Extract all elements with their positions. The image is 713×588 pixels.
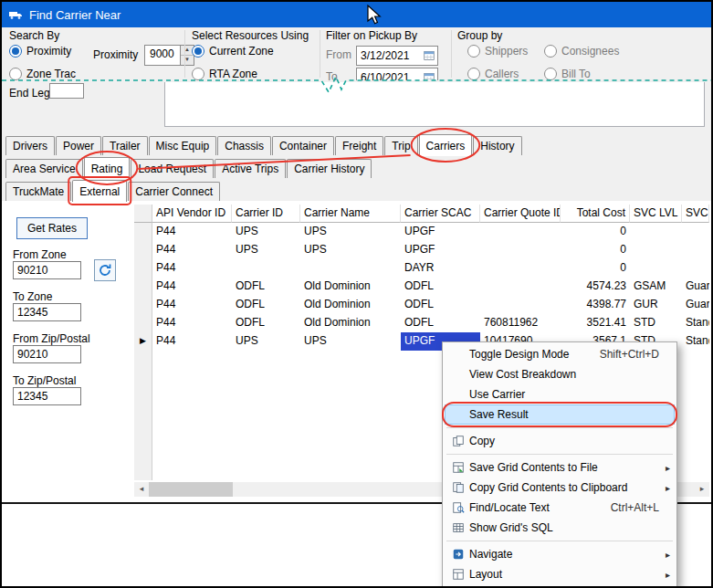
tab-container[interactable]: Container: [272, 136, 334, 155]
menu-item-layout[interactable]: Layout▸: [445, 564, 675, 584]
tab-load-request[interactable]: Load Request: [131, 159, 214, 178]
cell-carrier-name[interactable]: Old Dominion: [300, 278, 401, 296]
column-header-api-vendor-id[interactable]: API Vendor ID: [152, 205, 232, 223]
tab-freight[interactable]: Freight: [335, 136, 383, 155]
cell-quote-id[interactable]: [480, 278, 561, 296]
menu-item-navigate[interactable]: Navigate▸: [445, 544, 675, 564]
cell-quote-id[interactable]: 760811962: [480, 314, 561, 332]
record-selector-cell[interactable]: [134, 314, 152, 332]
cell-total-cost[interactable]: 0: [561, 223, 630, 241]
cell-scac[interactable]: DAYR: [401, 259, 480, 278]
calendar-icon[interactable]: [421, 69, 437, 80]
radio-current-zone[interactable]: Current Zone: [192, 45, 274, 58]
tab-carriers[interactable]: Carriers: [419, 134, 473, 156]
tab-misc-equip[interactable]: Misc Equip: [149, 136, 217, 155]
cell-scac[interactable]: UPGF: [401, 241, 480, 259]
cell-svc-lvl[interactable]: GUR: [630, 296, 682, 314]
tab-chassis[interactable]: Chassis: [217, 136, 271, 155]
cell-carrier-name[interactable]: UPS: [300, 241, 401, 259]
cell-quote-id[interactable]: [480, 223, 561, 241]
menu-item-use-carrier[interactable]: Use Carrier: [445, 384, 675, 404]
memo-box[interactable]: [164, 82, 705, 127]
radio-bill-to[interactable]: Bill To: [544, 68, 591, 80]
cell-svc-desc[interactable]: [682, 223, 709, 241]
cell-scac[interactable]: ODFL: [401, 314, 480, 332]
radio-rta-zone[interactable]: RTA Zone: [192, 68, 257, 80]
cell-api[interactable]: P44: [152, 278, 232, 296]
cell-quote-id[interactable]: [480, 259, 561, 278]
menu-item-view-cost-breakdown[interactable]: View Cost Breakdown: [445, 364, 675, 384]
tab-trip[interactable]: Trip: [384, 136, 417, 155]
cell-svc-lvl[interactable]: [630, 241, 682, 259]
menu-item-copy-grid-contents-to-clipboard[interactable]: Copy Grid Contents to Clipboard▸: [445, 478, 675, 498]
cell-total-cost[interactable]: 4574.23: [561, 278, 630, 296]
cell-svc-desc[interactable]: Standard: [682, 314, 709, 332]
table-row[interactable]: P44ODFLOld DominionODFL7608119623521.41S…: [134, 314, 709, 332]
cell-total-cost[interactable]: 0: [561, 259, 630, 278]
cell-total-cost[interactable]: 0: [561, 241, 630, 259]
radio-callers[interactable]: Callers: [467, 68, 519, 80]
scrollbar-thumb[interactable]: [149, 482, 233, 497]
radio-proximity[interactable]: Proximity: [9, 45, 71, 58]
cell-carrier-id[interactable]: ODFL: [232, 278, 300, 296]
proximity-stepper[interactable]: 9000 ▲ ▼: [144, 45, 194, 66]
cell-carrier-id[interactable]: UPS: [232, 332, 300, 351]
record-selector-cell[interactable]: [134, 296, 152, 314]
menu-item-save-grid-contents-to-file[interactable]: Save Grid Contents to File▸: [445, 457, 675, 478]
cell-carrier-id[interactable]: [232, 259, 300, 278]
tab-history[interactable]: History: [473, 136, 521, 155]
column-header-svc-lvl[interactable]: SVC LVL: [630, 205, 682, 223]
tab-drivers[interactable]: Drivers: [5, 136, 55, 155]
cell-quote-id[interactable]: [480, 296, 561, 314]
cell-carrier-name[interactable]: UPS: [300, 332, 401, 351]
end-leg-field[interactable]: [49, 83, 84, 99]
record-selector-cell[interactable]: [134, 241, 152, 259]
menu-item-find-locate-text[interactable]: Find/Locate TextCtrl+Alt+L: [445, 498, 675, 518]
cell-scac[interactable]: ODFL: [401, 296, 480, 314]
from-zone-input[interactable]: [13, 261, 81, 279]
cell-api[interactable]: P44: [152, 259, 232, 278]
cell-api[interactable]: P44: [152, 241, 232, 259]
scroll-right-icon[interactable]: ▸: [695, 482, 709, 497]
tab-external[interactable]: External: [72, 180, 127, 202]
tab-area-service[interactable]: Area Service: [5, 159, 83, 178]
cell-scac[interactable]: UPGF: [401, 223, 480, 241]
table-row[interactable]: P44ODFLOld DominionODFL4574.23GSAMGuaran…: [134, 278, 709, 296]
cell-api[interactable]: P44: [152, 223, 232, 241]
radio-shippers[interactable]: Shippers: [467, 45, 528, 58]
cell-svc-desc[interactable]: [682, 241, 709, 259]
cell-carrier-name[interactable]: [300, 259, 401, 278]
table-row[interactable]: P44DAYR0: [134, 259, 709, 278]
cell-svc-lvl[interactable]: GSAM: [630, 278, 682, 296]
tab-power[interactable]: Power: [56, 136, 101, 155]
cell-svc-desc[interactable]: Guarante: [682, 278, 709, 296]
menu-item-show-grid-s-sql[interactable]: Show Grid's SQL: [445, 518, 675, 538]
column-header-total-cost[interactable]: Total Cost: [561, 205, 630, 223]
cell-carrier-name[interactable]: Old Dominion: [300, 314, 401, 332]
tab-trailer[interactable]: Trailer: [102, 136, 148, 155]
column-header-carrier-scac[interactable]: Carrier SCAC: [401, 205, 480, 223]
cell-scac[interactable]: ODFL: [401, 278, 480, 296]
column-header-carrier-id[interactable]: Carrier ID: [232, 205, 300, 223]
cell-svc-desc[interactable]: [682, 259, 709, 278]
column-header-carrier-quote-id[interactable]: Carrier Quote ID: [480, 205, 561, 223]
calendar-icon[interactable]: [421, 47, 437, 64]
cell-quote-id[interactable]: [480, 241, 561, 259]
tab-truckmate[interactable]: TruckMate: [5, 182, 71, 201]
current-row-marker-icon[interactable]: ▶: [134, 332, 152, 351]
cell-svc-lvl[interactable]: [630, 223, 682, 241]
tab-carrier-history[interactable]: Carrier History: [287, 159, 372, 178]
pickup-to-date-field[interactable]: 6/10/2021: [356, 68, 438, 80]
table-row[interactable]: P44ODFLOld DominionODFL4398.77GURGuarant…: [134, 296, 709, 314]
cell-carrier-name[interactable]: Old Dominion: [300, 296, 401, 314]
refresh-rates-button[interactable]: [94, 259, 116, 281]
menu-item-save-result[interactable]: Save Result: [445, 404, 675, 425]
record-selector-cell[interactable]: [134, 278, 152, 296]
cell-svc-lvl[interactable]: STD: [630, 314, 682, 332]
table-row[interactable]: P44UPSUPSUPGF0: [134, 223, 709, 241]
tab-active-trips[interactable]: Active Trips: [215, 159, 286, 178]
record-selector-cell[interactable]: [134, 259, 152, 278]
get-rates-button[interactable]: Get Rates: [16, 217, 88, 239]
column-header-carrier-name[interactable]: Carrier Name: [300, 205, 401, 223]
cell-svc-desc[interactable]: Guarante: [682, 296, 709, 314]
